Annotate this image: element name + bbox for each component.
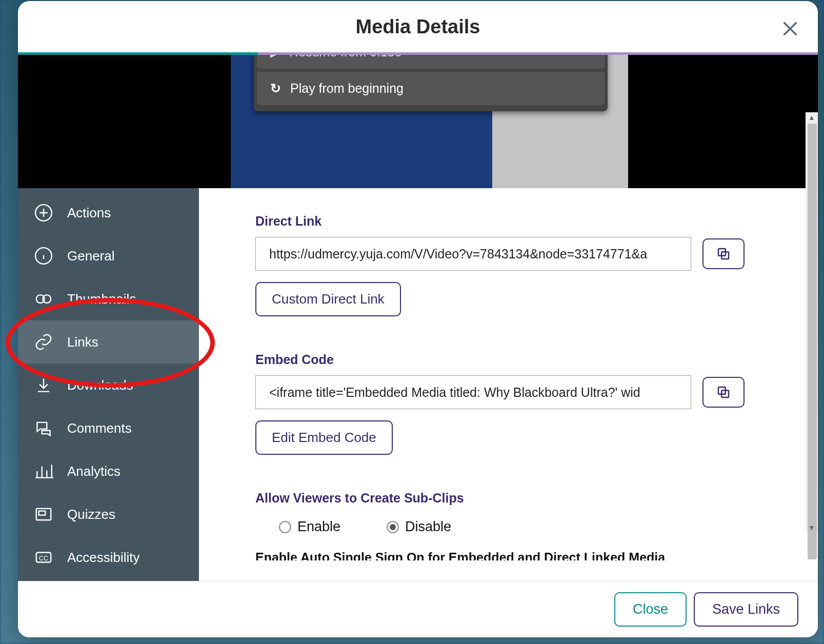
embed-code-label: Embed Code xyxy=(255,352,787,367)
close-icon-button[interactable] xyxy=(779,17,801,40)
sidebar-item-links[interactable]: Links xyxy=(18,320,199,364)
scrollbar-thumb[interactable] xyxy=(808,124,817,559)
modal-header: Media Details xyxy=(18,1,818,55)
sidebar-item-label: Links xyxy=(67,334,98,350)
subclips-disable-radio[interactable]: Disable xyxy=(387,519,451,535)
links-panel: Direct Link Custom Direct Link Embed Cod… xyxy=(199,188,818,581)
sidebar-item-label: Analytics xyxy=(67,464,120,479)
sidebar-item-comments[interactable]: Comments xyxy=(18,407,199,450)
sidebar-item-thumbnails[interactable]: Thumbnails xyxy=(18,277,199,320)
sidebar-item-label: Actions xyxy=(67,205,111,221)
edit-embed-button[interactable]: Edit Embed Code xyxy=(255,420,393,455)
info-icon xyxy=(33,246,54,266)
modal-footer: Close Save Links xyxy=(18,581,818,637)
radio-icon xyxy=(279,521,291,533)
modal-body: ▶ Resume from 0:156 ↻ Play from beginnin… xyxy=(18,55,818,581)
sidebar-item-label: Downloads xyxy=(67,377,133,393)
modal-title: Media Details xyxy=(356,16,480,38)
copy-direct-link-button[interactable] xyxy=(702,238,745,269)
quizzes-icon xyxy=(33,504,54,525)
sso-section-label: Enable Auto Single Sign On for Embedded … xyxy=(255,550,787,560)
radio-label: Disable xyxy=(405,519,451,535)
menu-item-label: Resume from 0:156 xyxy=(289,55,402,59)
subclips-enable-radio[interactable]: Enable xyxy=(279,519,340,535)
radio-icon xyxy=(387,521,399,533)
analytics-icon xyxy=(33,461,54,481)
plus-circle-icon xyxy=(33,203,54,223)
scrollbar[interactable] xyxy=(806,112,818,533)
thumbnails-icon xyxy=(33,289,54,309)
video-preview[interactable]: ▶ Resume from 0:156 ↻ Play from beginnin… xyxy=(18,55,818,188)
play-icon: ▶ xyxy=(270,55,280,59)
sidebar-item-general[interactable]: General xyxy=(18,234,199,277)
copy-icon xyxy=(716,385,731,400)
sidebar-item-analytics[interactable]: Analytics xyxy=(18,450,199,493)
sidebar: Actions General Thumbnails Links Downloa… xyxy=(18,188,199,581)
replay-icon: ↻ xyxy=(270,81,281,96)
direct-link-label: Direct Link xyxy=(255,214,787,229)
save-links-button[interactable]: Save Links xyxy=(694,592,798,627)
sidebar-item-quizzes[interactable]: Quizzes xyxy=(18,493,199,536)
close-icon xyxy=(781,20,799,37)
embed-code-input[interactable] xyxy=(255,375,691,409)
sidebar-item-accessibility[interactable]: CC Accessibility xyxy=(18,536,199,579)
sidebar-item-label: General xyxy=(67,248,115,264)
direct-link-input[interactable] xyxy=(255,237,691,271)
radio-label: Enable xyxy=(297,519,340,535)
sidebar-item-label: Thumbnails xyxy=(67,291,136,307)
sidebar-item-downloads[interactable]: Downloads xyxy=(18,364,199,407)
copy-embed-button[interactable] xyxy=(702,377,745,408)
sidebar-item-label: Quizzes xyxy=(67,507,115,522)
download-icon xyxy=(33,375,54,395)
video-resume-menu: ▶ Resume from 0:156 ↻ Play from beginnin… xyxy=(254,55,608,111)
subclips-radio-group: Enable Disable xyxy=(255,514,787,550)
cc-icon: CC xyxy=(33,547,54,568)
svg-text:CC: CC xyxy=(39,555,48,562)
scroll-up-icon[interactable]: ▲ xyxy=(808,113,816,122)
sidebar-item-label: Comments xyxy=(67,420,132,436)
scroll-down-icon[interactable]: ▼ xyxy=(808,524,816,532)
sidebar-item-label: Accessibility xyxy=(67,550,140,566)
custom-direct-link-button[interactable]: Custom Direct Link xyxy=(255,282,401,316)
menu-item-play-beginning[interactable]: ↻ Play from beginning xyxy=(257,72,605,105)
svg-rect-5 xyxy=(39,511,46,515)
comments-icon xyxy=(33,418,54,438)
menu-item-label: Play from beginning xyxy=(290,81,404,96)
sidebar-item-actions[interactable]: Actions xyxy=(18,191,199,234)
copy-icon xyxy=(716,246,731,261)
media-details-modal: Media Details ▶ Resume from 0:156 ↻ Play… xyxy=(18,1,818,637)
subclips-label: Allow Viewers to Create Sub-Clips xyxy=(255,491,787,506)
link-icon xyxy=(33,332,54,352)
close-button[interactable]: Close xyxy=(614,592,687,627)
menu-item-resume[interactable]: ▶ Resume from 0:156 xyxy=(257,55,605,69)
